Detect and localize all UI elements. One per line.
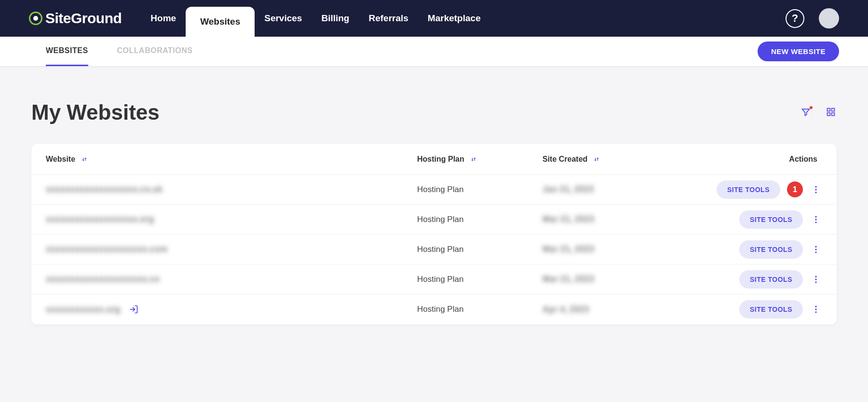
col-actions: Actions — [668, 155, 822, 164]
cell-actions: SITE TOOLS1 — [668, 180, 822, 199]
avatar[interactable] — [819, 8, 839, 28]
svg-rect-0 — [827, 109, 830, 111]
site-tools-button[interactable]: SITE TOOLS — [717, 180, 780, 199]
cell-website[interactable]: xxxxxxxxxxxxxxxxxxxxx.co — [46, 274, 417, 284]
cell-plan: Hosting Plan — [417, 215, 542, 224]
cell-website[interactable]: xxxxxxxxxxxxxxxxxxxxx.com — [46, 244, 417, 254]
brand-logo[interactable]: SiteGround — [29, 10, 122, 27]
sort-icon — [593, 156, 600, 163]
svg-point-9 — [815, 222, 816, 223]
site-tools-button[interactable]: SITE TOOLS — [739, 240, 803, 259]
cell-created: Mar 21, 2023 — [542, 214, 668, 224]
cell-plan: Hosting Plan — [417, 275, 542, 284]
svg-point-5 — [815, 189, 816, 190]
page-header: My Websites — [31, 100, 837, 125]
col-created[interactable]: Site Created — [542, 155, 668, 164]
cell-actions: SITE TOOLS — [668, 270, 822, 289]
sub-nav: WEBSITES COLLABORATIONS NEW WEBSITE — [0, 37, 868, 67]
filter-icon[interactable] — [801, 107, 812, 118]
cell-website[interactable]: xxxxxxxxxxxxxxxxxxx.org — [46, 214, 417, 224]
view-tools — [801, 107, 837, 118]
svg-point-6 — [815, 192, 816, 193]
table-row: xxxxxxxxxxxx.orgHosting PlanApr 4, 2023S… — [31, 294, 837, 324]
cell-plan: Hosting Plan — [417, 305, 542, 314]
cell-actions: SITE TOOLS — [668, 240, 822, 259]
table-row: xxxxxxxxxxxxxxxxxxxxx.coHosting PlanMar … — [31, 264, 837, 294]
website-domain: xxxxxxxxxxxxxxxxxxxxx.co — [46, 274, 160, 284]
nav-referrals[interactable]: Referrals — [359, 0, 418, 37]
svg-point-13 — [815, 276, 816, 277]
top-nav: SiteGround Home Websites Services Billin… — [0, 0, 868, 37]
cell-created: Jan 21, 2023 — [542, 184, 668, 194]
site-tools-button[interactable]: SITE TOOLS — [739, 300, 803, 319]
svg-point-7 — [815, 216, 816, 217]
sort-icon — [470, 156, 477, 163]
more-actions-icon[interactable] — [810, 275, 822, 284]
cell-actions: SITE TOOLS — [668, 210, 822, 229]
table-row: xxxxxxxxxxxxxxxxxxx.orgHosting PlanMar 2… — [31, 205, 837, 235]
cell-plan: Hosting Plan — [417, 185, 542, 194]
more-actions-icon[interactable] — [810, 185, 822, 194]
top-nav-right: ? — [786, 8, 839, 28]
more-actions-icon[interactable] — [810, 305, 822, 314]
cell-created: Mar 21, 2023 — [542, 274, 668, 284]
website-domain: xxxxxxxxxxxxxxxxxxxxx.com — [46, 244, 167, 254]
annotation-badge: 1 — [787, 181, 803, 197]
filter-active-dot-icon — [810, 106, 813, 109]
sort-icon — [81, 156, 88, 163]
tab-collaborations[interactable]: COLLABORATIONS — [117, 37, 193, 66]
col-website[interactable]: Website — [46, 155, 417, 164]
page-title: My Websites — [31, 100, 160, 125]
tab-websites[interactable]: WEBSITES — [46, 37, 88, 66]
more-actions-icon[interactable] — [810, 245, 822, 254]
grid-view-icon[interactable] — [826, 107, 837, 118]
cell-created: Apr 4, 2023 — [542, 305, 668, 315]
cell-website[interactable]: xxxxxxxxxxxxxxxxxxx.co.uk — [46, 184, 417, 194]
website-domain: xxxxxxxxxxxx.org — [46, 305, 120, 315]
page-content: My Websites Website Hosting Plan — [0, 67, 868, 324]
help-icon[interactable]: ? — [786, 9, 804, 28]
nav-services[interactable]: Services — [255, 0, 312, 37]
table-row: xxxxxxxxxxxxxxxxxxx.co.ukHosting PlanJan… — [31, 175, 837, 205]
cell-plan: Hosting Plan — [417, 245, 542, 254]
primary-nav: Home Websites Services Billing Referrals… — [141, 0, 490, 37]
svg-point-15 — [815, 281, 816, 283]
nav-billing[interactable]: Billing — [312, 0, 359, 37]
svg-rect-1 — [832, 109, 835, 111]
svg-rect-2 — [827, 113, 830, 116]
new-website-button[interactable]: NEW WEBSITE — [758, 42, 839, 61]
cell-actions: SITE TOOLS — [668, 300, 822, 319]
svg-point-17 — [815, 308, 816, 310]
svg-point-4 — [815, 186, 816, 187]
svg-point-16 — [815, 306, 816, 307]
svg-point-18 — [815, 311, 816, 313]
table-row: xxxxxxxxxxxxxxxxxxxxx.comHosting PlanMar… — [31, 235, 837, 264]
brand-name: SiteGround — [45, 10, 122, 27]
site-tools-button[interactable]: SITE TOOLS — [739, 270, 803, 289]
website-domain: xxxxxxxxxxxxxxxxxxx.co.uk — [46, 184, 163, 194]
more-actions-icon[interactable] — [810, 215, 822, 224]
websites-table: Website Hosting Plan Site Created Action… — [31, 144, 837, 324]
svg-point-12 — [815, 251, 816, 253]
svg-point-14 — [815, 278, 816, 280]
svg-rect-3 — [832, 113, 835, 116]
sub-tabs: WEBSITES COLLABORATIONS — [46, 37, 192, 66]
cell-website[interactable]: xxxxxxxxxxxx.org — [46, 305, 417, 315]
website-domain: xxxxxxxxxxxxxxxxxxx.org — [46, 214, 154, 224]
nav-marketplace[interactable]: Marketplace — [418, 0, 490, 37]
col-plan[interactable]: Hosting Plan — [417, 155, 542, 164]
site-tools-button[interactable]: SITE TOOLS — [739, 210, 803, 229]
nav-websites[interactable]: Websites — [186, 7, 255, 37]
login-icon[interactable] — [129, 305, 138, 314]
svg-point-8 — [815, 219, 816, 220]
cell-created: Mar 21, 2023 — [542, 244, 668, 254]
logo-mark-icon — [29, 12, 42, 25]
table-header: Website Hosting Plan Site Created Action… — [31, 144, 837, 175]
svg-point-11 — [815, 249, 816, 250]
svg-point-10 — [815, 246, 816, 247]
nav-home[interactable]: Home — [141, 0, 186, 37]
